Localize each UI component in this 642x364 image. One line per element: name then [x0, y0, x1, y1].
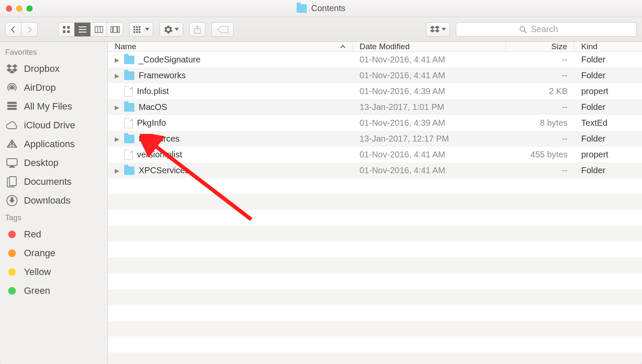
svg-rect-13 — [134, 26, 135, 28]
sidebar-item-label: AirDrop — [24, 82, 56, 93]
disclosure-triangle-icon[interactable]: ▶ — [114, 104, 120, 111]
svg-point-38 — [11, 86, 13, 89]
tags-button[interactable] — [211, 22, 234, 37]
sidebar-item-label: Applications — [24, 139, 75, 150]
arrange-group — [129, 22, 153, 37]
icloud-icon — [6, 120, 18, 130]
sidebar-tag-label: Orange — [24, 248, 55, 259]
file-kind: Folder — [574, 134, 642, 144]
column-name[interactable]: Name — [108, 42, 353, 51]
svg-rect-0 — [63, 26, 65, 29]
sidebar-item-documents[interactable]: Documents — [0, 172, 107, 191]
sidebar-item-desktop[interactable]: Desktop — [0, 154, 107, 172]
sidebar-tag-green[interactable]: Green — [0, 281, 107, 300]
dropbox-icon — [6, 64, 18, 74]
share-button[interactable] — [189, 22, 205, 37]
arrange-button[interactable] — [129, 22, 153, 37]
search-field-wrap[interactable] — [456, 22, 637, 37]
back-button[interactable] — [5, 22, 21, 37]
view-icons-button[interactable] — [58, 22, 74, 37]
file-list: Name Date Modified Size Kind ▶_CodeSigna… — [108, 42, 642, 364]
file-size: -- — [506, 55, 574, 65]
table-row[interactable]: ▶MacOS13-Jan-2017, 1:01 PM--Folder — [108, 99, 642, 115]
table-row[interactable]: ▶Frameworks01-Nov-2016, 4:41 AM--Folder — [108, 68, 642, 83]
empty-row — [108, 321, 642, 337]
view-columns-button[interactable] — [91, 22, 107, 37]
svg-marker-29 — [435, 29, 440, 33]
column-kind-label: Kind — [581, 42, 597, 51]
svg-rect-46 — [10, 166, 14, 167]
svg-rect-4 — [79, 27, 86, 27]
svg-rect-15 — [139, 26, 140, 28]
svg-rect-47 — [9, 167, 15, 168]
sidebar-tag-yellow[interactable]: Yellow — [0, 263, 107, 281]
dropbox-toolbar-button[interactable] — [426, 22, 450, 37]
svg-marker-28 — [430, 29, 435, 33]
file-size: 2 KB — [506, 86, 574, 96]
sidebar-item-dropbox[interactable]: Dropbox — [0, 59, 107, 78]
sidebar-item-all-my-files[interactable]: All My Files — [0, 97, 107, 116]
sidebar-item-icloud-drive[interactable]: iCloud Drive — [0, 116, 107, 135]
file-size: -- — [506, 134, 574, 144]
minimize-button[interactable] — [16, 6, 22, 12]
table-row[interactable]: ▶Resources13-Jan-2017, 12:17 PM--Folder — [108, 131, 642, 147]
svg-rect-18 — [139, 29, 140, 30]
window-controls — [6, 6, 33, 12]
svg-rect-6 — [79, 32, 86, 33]
airdrop-icon — [6, 83, 18, 93]
window-body: Favorites DropboxAirDropAll My FilesiClo… — [0, 42, 642, 364]
svg-rect-3 — [67, 30, 70, 33]
sidebar-item-applications[interactable]: Applications — [0, 135, 107, 154]
sidebar-item-label: Downloads — [24, 195, 71, 206]
titlebar: Contents — [0, 0, 642, 17]
sidebar-tag-red[interactable]: Red — [0, 225, 107, 244]
column-kind[interactable]: Kind — [574, 42, 642, 51]
file-name: Resources — [139, 134, 180, 144]
table-row[interactable]: version.plist01-Nov-2016, 4:41 AM455 byt… — [108, 147, 642, 163]
folder-icon — [124, 166, 134, 175]
sidebar-tag-orange[interactable]: Orange — [0, 244, 107, 263]
svg-marker-34 — [12, 64, 18, 68]
view-gallery-button[interactable] — [107, 22, 123, 37]
table-row[interactable]: PkgInfo01-Nov-2016, 4:39 AM8 bytesTextEd — [108, 115, 642, 131]
sidebar-item-airdrop[interactable]: AirDrop — [0, 78, 107, 97]
table-row[interactable]: ▶_CodeSignature01-Nov-2016, 4:41 AM--Fol… — [108, 52, 642, 68]
fullscreen-button[interactable] — [27, 6, 33, 12]
action-button[interactable] — [159, 22, 183, 37]
svg-marker-51 — [9, 197, 15, 203]
empty-row — [108, 305, 642, 321]
all-my-files-icon — [6, 101, 18, 112]
sidebar-heading-tags: Tags — [0, 210, 107, 225]
sidebar-tag-label: Green — [24, 285, 50, 296]
column-date[interactable]: Date Modified — [353, 42, 506, 51]
disclosure-triangle-icon[interactable]: ▶ — [114, 167, 120, 174]
table-row[interactable]: ▶XPCServices01-Nov-2016, 4:41 AM--Folder — [108, 163, 642, 178]
sidebar-item-label: Desktop — [24, 157, 59, 169]
applications-icon — [6, 139, 18, 149]
search-input[interactable] — [531, 24, 574, 34]
close-button[interactable] — [6, 6, 12, 12]
tag-color-icon — [6, 267, 18, 277]
disclosure-triangle-icon[interactable]: ▶ — [114, 72, 120, 79]
svg-rect-41 — [7, 108, 17, 110]
file-date: 13-Jan-2017, 12:17 PM — [353, 134, 506, 144]
view-list-button[interactable] — [74, 22, 91, 37]
file-icon — [124, 86, 133, 97]
tag-color-icon — [6, 229, 18, 240]
window-title-wrap: Contents — [297, 3, 345, 13]
sidebar-heading-favorites: Favorites — [0, 44, 107, 59]
forward-button[interactable] — [21, 22, 38, 37]
file-date: 01-Nov-2016, 4:41 AM — [353, 150, 506, 160]
sidebar: Favorites DropboxAirDropAll My FilesiClo… — [0, 42, 108, 364]
table-row[interactable]: Info.plist01-Nov-2016, 4:39 AM2 KBproper… — [108, 83, 642, 99]
disclosure-triangle-icon[interactable]: ▶ — [114, 56, 120, 63]
svg-marker-23 — [175, 28, 179, 31]
file-date: 13-Jan-2017, 1:01 PM — [353, 102, 506, 112]
column-size[interactable]: Size — [506, 42, 574, 51]
disclosure-triangle-icon[interactable]: ▶ — [114, 136, 120, 142]
sidebar-item-downloads[interactable]: Downloads — [0, 191, 107, 210]
window-title: Contents — [311, 3, 345, 13]
sidebar-tag-label: Red — [24, 229, 41, 240]
file-kind: Folder — [574, 166, 642, 175]
file-name: version.plist — [137, 150, 182, 160]
